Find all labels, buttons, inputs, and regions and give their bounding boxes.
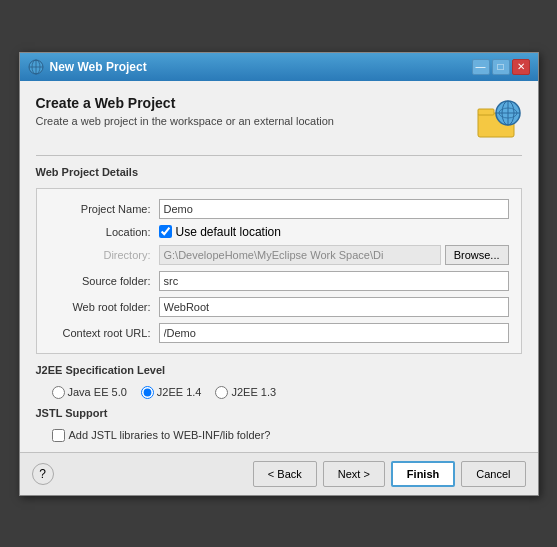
header-text: Create a Web Project Create a web projec… [36, 95, 334, 127]
j2ee-section: J2EE Specification Level Java EE 5.0 J2E… [36, 364, 522, 399]
section-title: Web Project Details [36, 166, 522, 178]
location-label: Location: [49, 226, 159, 238]
header-divider [36, 155, 522, 156]
source-folder-row: Source folder: [49, 271, 509, 291]
j2ee14-option[interactable]: J2EE 1.4 [141, 386, 202, 399]
j2ee-radio-group: Java EE 5.0 J2EE 1.4 J2EE 1.3 [36, 386, 522, 399]
form-area: Project Name: Location: Use default loca… [36, 188, 522, 354]
jstl-title: JSTL Support [36, 407, 522, 419]
help-button[interactable]: ? [32, 463, 54, 485]
header-section: Create a Web Project Create a web projec… [36, 95, 522, 143]
directory-row: Directory: Browse... [49, 245, 509, 265]
location-row: Location: Use default location [49, 225, 509, 239]
j2ee13-radio[interactable] [215, 386, 228, 399]
directory-input [159, 245, 441, 265]
finish-button[interactable]: Finish [391, 461, 455, 487]
jstl-section: JSTL Support Add JSTL libraries to WEB-I… [36, 407, 522, 442]
project-name-input[interactable] [159, 199, 509, 219]
window-title: New Web Project [50, 60, 147, 74]
close-button[interactable]: ✕ [512, 59, 530, 75]
context-root-url-label: Context root URL: [49, 327, 159, 339]
dialog-description: Create a web project in the workspace or… [36, 115, 334, 127]
javaee5-label: Java EE 5.0 [68, 386, 127, 398]
web-root-folder-label: Web root folder: [49, 301, 159, 313]
project-name-row: Project Name: [49, 199, 509, 219]
jstl-checkbox-label[interactable]: Add JSTL libraries to WEB-INF/lib folder… [69, 429, 271, 441]
use-default-location-checkbox[interactable] [159, 225, 172, 238]
next-button[interactable]: Next > [323, 461, 385, 487]
jstl-checkbox[interactable] [52, 429, 65, 442]
project-name-label: Project Name: [49, 203, 159, 215]
cancel-button[interactable]: Cancel [461, 461, 525, 487]
title-bar: New Web Project — □ ✕ [20, 53, 538, 81]
context-root-url-input[interactable] [159, 323, 509, 343]
source-folder-label: Source folder: [49, 275, 159, 287]
jstl-checkbox-row: Add JSTL libraries to WEB-INF/lib folder… [36, 429, 522, 442]
use-default-location-label[interactable]: Use default location [176, 225, 281, 239]
j2ee14-radio[interactable] [141, 386, 154, 399]
title-bar-controls: — □ ✕ [472, 59, 530, 75]
title-bar-left: New Web Project [28, 59, 147, 75]
svg-rect-5 [478, 109, 494, 115]
header-icon [474, 95, 522, 143]
directory-label: Directory: [49, 249, 159, 261]
footer: ? < Back Next > Finish Cancel [20, 452, 538, 495]
javaee5-option[interactable]: Java EE 5.0 [52, 386, 127, 399]
browse-button[interactable]: Browse... [445, 245, 509, 265]
dialog-window: New Web Project — □ ✕ Create a Web Proje… [19, 52, 539, 496]
dialog-title: Create a Web Project [36, 95, 334, 111]
j2ee13-option[interactable]: J2EE 1.3 [215, 386, 276, 399]
j2ee13-label: J2EE 1.3 [231, 386, 276, 398]
maximize-button[interactable]: □ [492, 59, 510, 75]
j2ee-title: J2EE Specification Level [36, 364, 522, 376]
footer-buttons: < Back Next > Finish Cancel [253, 461, 526, 487]
context-root-url-row: Context root URL: [49, 323, 509, 343]
web-root-folder-row: Web root folder: [49, 297, 509, 317]
use-default-location-row: Use default location [159, 225, 281, 239]
window-icon [28, 59, 44, 75]
source-folder-input[interactable] [159, 271, 509, 291]
javaee5-radio[interactable] [52, 386, 65, 399]
minimize-button[interactable]: — [472, 59, 490, 75]
j2ee14-label: J2EE 1.4 [157, 386, 202, 398]
web-root-folder-input[interactable] [159, 297, 509, 317]
back-button[interactable]: < Back [253, 461, 317, 487]
dialog-body: Create a Web Project Create a web projec… [20, 81, 538, 452]
